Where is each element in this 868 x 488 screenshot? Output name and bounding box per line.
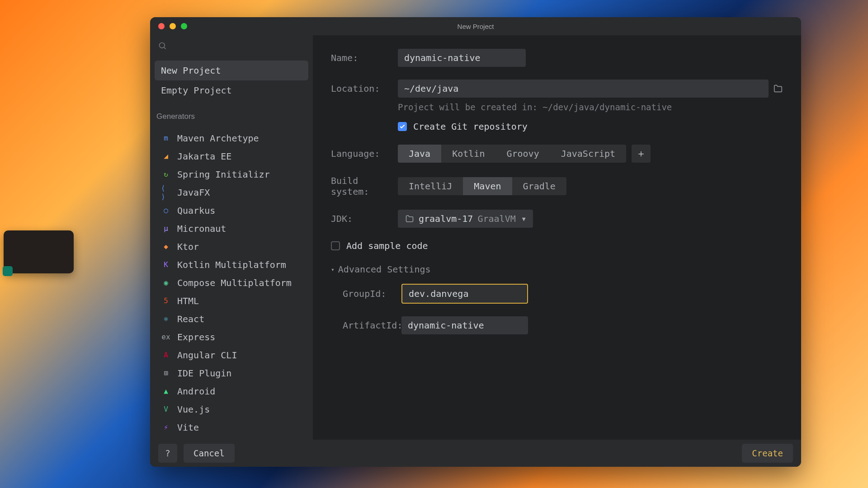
sample-checkbox-row[interactable]: Add sample code bbox=[331, 240, 783, 251]
generator-item[interactable]: ◢Jakarta EE bbox=[155, 147, 308, 165]
generator-label: Maven Archetype bbox=[177, 133, 259, 144]
location-label: Location: bbox=[331, 83, 398, 94]
browse-folder-button[interactable] bbox=[773, 84, 783, 94]
cancel-button[interactable]: Cancel bbox=[184, 444, 235, 463]
segment-option[interactable]: Maven bbox=[463, 177, 512, 195]
zoom-dot[interactable] bbox=[181, 23, 187, 29]
generator-label: React bbox=[177, 314, 204, 324]
generator-icon: ⚡ bbox=[161, 422, 171, 432]
sample-label: Add sample code bbox=[346, 240, 428, 251]
group-id-label: GroupId: bbox=[343, 288, 401, 299]
advanced-settings-toggle[interactable]: ▾ Advanced Settings bbox=[331, 264, 431, 275]
traffic-lights bbox=[158, 23, 187, 29]
sidebar: New ProjectEmpty Project Generators mMav… bbox=[150, 35, 313, 440]
generator-item[interactable]: mMaven Archetype bbox=[155, 129, 308, 147]
build-segmented: IntelliJMavenGradle bbox=[398, 177, 566, 195]
chevron-down-icon: ▾ bbox=[331, 266, 335, 273]
minimize-dot[interactable] bbox=[170, 23, 176, 29]
svg-point-0 bbox=[160, 42, 165, 48]
jdk-value: graalvm-17 bbox=[419, 213, 473, 224]
generator-item[interactable]: VVue.js bbox=[155, 400, 308, 418]
generator-label: Kotlin Multiplatform bbox=[177, 259, 286, 270]
git-label: Create Git repository bbox=[413, 121, 528, 132]
generator-icon: m bbox=[161, 133, 171, 143]
generators-header: Generators bbox=[150, 104, 313, 126]
git-checkbox-row[interactable]: Create Git repository bbox=[398, 121, 783, 132]
new-project-dialog: New Project New ProjectEmpty Project Gen… bbox=[150, 17, 801, 467]
jdk-dropdown[interactable]: graalvm-17 GraalVM ▼ bbox=[398, 210, 533, 228]
generator-icon: 5 bbox=[161, 296, 171, 306]
generator-icon: μ bbox=[161, 224, 171, 234]
generator-icon: V bbox=[161, 404, 171, 414]
artifact-id-input[interactable] bbox=[401, 316, 528, 334]
generator-icon: ◆ bbox=[161, 242, 171, 252]
main-form: Name: Location: Project will be created … bbox=[313, 35, 801, 440]
segment-option[interactable]: Kotlin bbox=[441, 145, 495, 163]
artifact-id-label: ArtifactId: bbox=[343, 320, 401, 331]
generator-item[interactable]: μMicronaut bbox=[155, 220, 308, 238]
create-button[interactable]: Create bbox=[742, 444, 793, 463]
titlebar: New Project bbox=[150, 17, 801, 35]
generator-label: Android bbox=[177, 386, 215, 397]
segment-option[interactable]: IntelliJ bbox=[398, 177, 463, 195]
segment-option[interactable]: Gradle bbox=[512, 177, 566, 195]
project-type-item[interactable]: Empty Project bbox=[155, 80, 308, 100]
jdk-folder-icon bbox=[405, 214, 414, 223]
search-icon bbox=[158, 42, 167, 51]
segment-option[interactable]: Groovy bbox=[495, 145, 550, 163]
help-button[interactable]: ? bbox=[158, 444, 177, 463]
generator-icon: K bbox=[161, 260, 171, 270]
generator-label: Jakarta EE bbox=[177, 151, 231, 162]
sidebar-search[interactable] bbox=[150, 35, 313, 57]
generator-item[interactable]: AAngular CLI bbox=[155, 346, 308, 364]
generator-label: HTML bbox=[177, 296, 199, 306]
generator-item[interactable]: ↻Spring Initializr bbox=[155, 165, 308, 183]
segment-option[interactable]: JavaScript bbox=[550, 145, 626, 163]
generator-label: Vue.js bbox=[177, 404, 210, 415]
check-icon bbox=[399, 123, 406, 130]
generator-item[interactable]: exExpress bbox=[155, 328, 308, 346]
location-input[interactable] bbox=[398, 80, 769, 98]
generator-icon: ex bbox=[161, 332, 171, 342]
generator-label: Spring Initializr bbox=[177, 169, 270, 180]
group-id-input[interactable] bbox=[401, 284, 528, 304]
generator-label: JavaFX bbox=[177, 187, 210, 198]
generator-label: IDE Plugin bbox=[177, 368, 231, 379]
language-segmented: JavaKotlinGroovyJavaScript bbox=[398, 145, 626, 163]
generator-item[interactable]: 5HTML bbox=[155, 292, 308, 310]
git-checkbox[interactable] bbox=[398, 122, 407, 131]
folder-icon bbox=[773, 84, 783, 94]
svg-line-1 bbox=[164, 47, 166, 49]
generator-item[interactable]: ▲Android bbox=[155, 382, 308, 400]
window-title: New Project bbox=[458, 23, 494, 30]
sample-checkbox[interactable] bbox=[331, 241, 340, 250]
name-input[interactable] bbox=[398, 49, 526, 67]
generator-label: Ktor bbox=[177, 241, 199, 252]
generator-item[interactable]: ⚛React bbox=[155, 310, 308, 328]
segment-option[interactable]: Java bbox=[398, 145, 441, 163]
generator-item[interactable]: ⊞IDE Plugin bbox=[155, 364, 308, 382]
add-language-button[interactable]: ＋ bbox=[632, 145, 651, 163]
generator-label: Micronaut bbox=[177, 223, 226, 234]
generator-icon: ◉ bbox=[161, 278, 171, 288]
background-window-thumbnail bbox=[4, 230, 74, 273]
generator-item[interactable]: ◯Quarkus bbox=[155, 202, 308, 220]
close-dot[interactable] bbox=[158, 23, 165, 29]
language-label: Language: bbox=[331, 148, 398, 159]
generator-item[interactable]: ⟨ ⟩JavaFX bbox=[155, 183, 308, 202]
generator-label: Vite bbox=[177, 422, 199, 433]
chevron-down-icon: ▼ bbox=[522, 216, 526, 222]
project-type-item[interactable]: New Project bbox=[155, 61, 308, 80]
generator-item[interactable]: ◉Compose Multiplatform bbox=[155, 274, 308, 292]
generator-item[interactable]: ⚡Vite bbox=[155, 418, 308, 436]
jdk-label: JDK: bbox=[331, 213, 398, 224]
generator-icon: ◢ bbox=[161, 151, 171, 161]
name-label: Name: bbox=[331, 52, 398, 63]
generator-icon: ⊞ bbox=[161, 368, 171, 378]
build-label: Build system: bbox=[331, 175, 398, 197]
generator-item[interactable]: ◆Ktor bbox=[155, 238, 308, 256]
generator-icon: A bbox=[161, 350, 171, 360]
generator-icon: ⟨ ⟩ bbox=[161, 188, 171, 197]
generator-label: Compose Multiplatform bbox=[177, 277, 292, 288]
generator-item[interactable]: KKotlin Multiplatform bbox=[155, 256, 308, 274]
